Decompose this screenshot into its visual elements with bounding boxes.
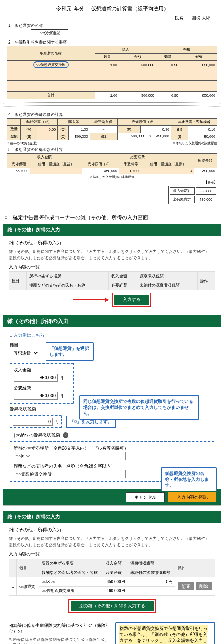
callout-exp: 同じ仮想通貨交換所で複数の仮想通貨取引を行っている場合は、交換所単位でまとめて入… (79, 395, 199, 420)
subhd-1: 雑（その他）所得の入力 (9, 240, 215, 246)
input-button-highlight: 入力する (112, 293, 151, 307)
note-income: ※添削した仮想通貨の譲渡原価 (7, 175, 217, 179)
tax-input[interactable] (13, 418, 53, 426)
help-icon[interactable]: ? (63, 432, 68, 438)
screen-lead: ○ 確定申告書等作成コーナーの雑（その他）所得の入力画面 (4, 214, 220, 221)
note-prev-year: ※前年の(H)(I)を記載 (7, 141, 37, 145)
another-button-highlight: 別の雑（その他）所得を入力する (68, 599, 156, 613)
kind-label: 種目 (10, 342, 39, 348)
place-input[interactable] (14, 452, 126, 460)
dashbox-amounts: 収入金額 円 必要経費 円 (10, 363, 74, 404)
exp-input[interactable] (14, 392, 58, 400)
panel-hd-1: 雑（その他）所得の入力 (3, 224, 221, 236)
crypto-name-box: ○○仮想通貨 (31, 29, 68, 37)
sec2-label: 2 年間取引報告書に関する事項 (8, 40, 217, 45)
exp-label: 必要経費 (14, 385, 70, 391)
subhd-3: 雑（その他）所得の入力 (9, 527, 215, 533)
callout-kind: 「仮想通貨」を選択します。 (46, 342, 94, 361)
delete-button[interactable]: 削除 (196, 582, 212, 590)
table-row: 1 仮想通貨 ○○区○○ 850,000円 0円 訂正 削除 (9, 577, 215, 587)
list-table-filled: 種目 所得の生ずる場所収入金額源泉徴収税額操作 報酬などの支払者の氏名・名称必要… (9, 559, 215, 596)
example-link[interactable]: 入力例はこちら (14, 333, 44, 337)
insurance-heading: 相続等に係る生命保険契約等に基づく年金（保険年金）の (9, 622, 111, 634)
desc-3a: 雑（その他）所得に関する内容について、「入力する」ボタンをクリックして入力してく… (9, 536, 215, 541)
table-income: 収入金額 必要経費 所得金額 売却価額信用・証拠金（差益） 売却原価（※）手数料… (7, 153, 217, 174)
unpaid-label: 未納付の源泉徴収税額 (16, 432, 60, 437)
panel-list-filled: 雑（その他）所得の入力 雑（その他）所得の入力 雑（その他）所得に関する内容につ… (3, 511, 221, 644)
sec1-label: 1 仮想通貨の名称 (8, 23, 217, 28)
panel-entry-form: 雑（その他）所得の入力 □ 入力例はこちら 種目 仮想通貨 「仮想通貨」を選択し… (3, 315, 221, 506)
sec5-label: 5 仮想通貨の所得金額の計算 (8, 147, 217, 153)
list-table-empty: 種目 所得の生ずる場所収入金額源泉徴収税額操作 報酬などの支払者の氏名・名称必要… (9, 271, 215, 290)
table-trade-report: 取引所の名称 購入 売却 数量金額 数量金額 ○○仮想通貨交換所 1.00500… (7, 46, 217, 99)
summary-box: 収入金額計850,000 必要経費計460,000 (168, 186, 217, 204)
name-label: 氏名 (175, 15, 184, 21)
listhd-3: 入力内容の一覧 (9, 551, 215, 557)
unpaid-checkbox[interactable] (10, 433, 15, 438)
panel-list-empty: 雑（その他）所得の入力 雑（その他）所得の入力 雑（その他）所得に関する内容につ… (3, 224, 221, 311)
sankou-label: 【参考】 (7, 180, 217, 184)
kind-select[interactable]: 仮想通貨 (10, 349, 39, 357)
sec4-label: 4 仮想通貨の売却原価の計算 (8, 112, 217, 117)
wavy-cut-icon (3, 101, 221, 109)
worksheet-panel: 令和元 年分 仮想通貨の計算書（総平均法用） 氏名 国税 太郎 1 仮想通貨の名… (3, 2, 221, 210)
exchange-ringed: ○○仮想通貨交換所 (33, 61, 69, 68)
arrow-icon (105, 297, 109, 302)
name-value: 国税 太郎 (189, 15, 213, 21)
callout-multi: 複数の仮想通貨交換所で仮想通貨取引を行っている場合は、「別の雑（その他）所得を入… (115, 622, 215, 644)
table-cost-basis: 年始残高（※） 購入等 総平均単価 売却原価（※） 年末残高・翌年繰越 数量 (… (7, 118, 217, 140)
cancel-button[interactable]: キャンセル (126, 492, 165, 502)
listhd-1: 入力内容の一覧 (9, 264, 215, 270)
callout-place: 仮想通貨交換所の名称・所在地を入力します。 (161, 467, 217, 491)
edit-button[interactable]: 訂正 (178, 582, 194, 590)
panel-hd-3: 雑（その他）所得の入力 (3, 511, 221, 523)
place-label: 所得の生ずる場所（全角28文字以内）（ビル名等省略可） (14, 445, 210, 451)
desc-1b: 複数の収入にまたがる必要経費がある場合、まとめて入力することができます。 (9, 255, 215, 261)
desc-1a: 雑（その他）所得に関する内容について、「入力する」ボタンをクリックして入力してく… (9, 249, 215, 254)
another-button[interactable]: 別の雑（その他）所得を入力する (71, 601, 154, 611)
payer-input[interactable] (14, 470, 126, 478)
input-button[interactable]: 入力する (114, 295, 149, 305)
rev-input[interactable] (14, 374, 58, 382)
entry-footer: キャンセル 入力内容の確認 (3, 489, 221, 505)
rev-label: 収入金額 (14, 367, 70, 373)
panel-hd-2: 雑（その他）所得の入力 (3, 315, 221, 327)
note-cost-basis: ※添削した仮想通貨の譲渡原価 (172, 141, 217, 145)
desc-3b: 複数の収入にまたがる必要経費がある場合、まとめて入力することができます。 (9, 542, 215, 548)
worksheet-title: 令和元 年分 仮想通貨の計算書（総平均法用） (7, 5, 217, 12)
confirm-button[interactable]: 入力内容の確認 (168, 492, 216, 502)
insurance-desc: 相続等に係る生命保険契約等に基づく年金（保険年金）の受給がありますか？ (9, 637, 111, 644)
